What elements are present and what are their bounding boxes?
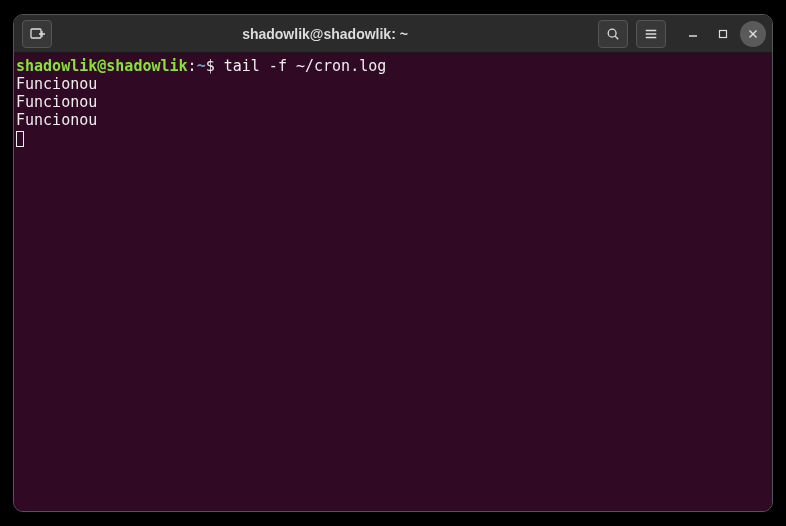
- prompt-symbol: $: [206, 57, 215, 75]
- svg-line-4: [615, 36, 618, 39]
- titlebar-right: [596, 20, 766, 48]
- output-line: Funcionou: [16, 111, 770, 129]
- window-title: shadowlik@shadowlik: ~: [54, 26, 596, 42]
- close-button[interactable]: [740, 21, 766, 47]
- maximize-icon: [718, 29, 728, 39]
- prompt-command: tail -f ~/cron.log: [215, 57, 387, 75]
- search-button[interactable]: [598, 20, 628, 48]
- close-icon: [748, 29, 758, 39]
- output-line: Funcionou: [16, 93, 770, 111]
- titlebar-left: [20, 20, 54, 48]
- prompt-path: ~: [197, 57, 206, 75]
- minimize-icon: [688, 29, 698, 39]
- hamburger-icon: [644, 27, 658, 41]
- titlebar: shadowlik@shadowlik: ~: [14, 15, 772, 53]
- maximize-button[interactable]: [710, 21, 736, 47]
- new-tab-button[interactable]: [22, 20, 52, 48]
- prompt-line: shadowlik@shadowlik:~$ tail -f ~/cron.lo…: [16, 57, 770, 75]
- minimize-button[interactable]: [680, 21, 706, 47]
- prompt-user-host: shadowlik@shadowlik: [16, 57, 188, 75]
- svg-point-3: [608, 29, 616, 37]
- svg-rect-9: [720, 30, 727, 37]
- cursor-line: [16, 129, 770, 147]
- terminal-window: shadowlik@shadowlik: ~: [13, 14, 773, 512]
- search-icon: [606, 27, 620, 41]
- terminal-body[interactable]: shadowlik@shadowlik:~$ tail -f ~/cron.lo…: [14, 53, 772, 511]
- prompt-colon: :: [188, 57, 197, 75]
- output-line: Funcionou: [16, 75, 770, 93]
- terminal-cursor: [16, 131, 24, 147]
- new-tab-icon: [29, 26, 45, 42]
- menu-button[interactable]: [636, 20, 666, 48]
